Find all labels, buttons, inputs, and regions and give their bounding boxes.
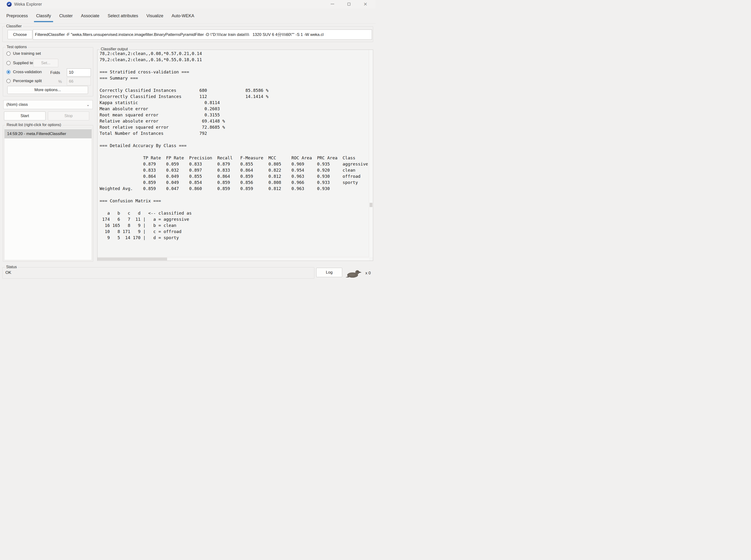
weka-bird-counter: x 0: [365, 271, 371, 276]
stop-button[interactable]: Stop: [48, 112, 89, 120]
class-attribute-value: (Nom) class: [6, 102, 28, 107]
status-panel: Status OK: [2, 267, 314, 279]
output-vertical-scroll-thumb[interactable]: [370, 203, 372, 207]
tab-auto-weka[interactable]: Auto-WEKA: [171, 10, 194, 22]
folds-label: Folds: [50, 71, 60, 75]
weka-bird-icon: [345, 269, 363, 280]
classifier-command-field[interactable]: [33, 29, 372, 40]
tab-select-attributes[interactable]: Select attributes: [108, 10, 138, 22]
log-button[interactable]: Log: [316, 268, 342, 277]
percentage-split-radio[interactable]: [6, 79, 11, 83]
classifier-panel-label: Classifier: [5, 24, 23, 28]
output-horizontal-scrollbar[interactable]: [98, 257, 369, 261]
class-attribute-dropdown[interactable]: (Nom) class ⌄: [3, 100, 93, 109]
maximize-button[interactable]: [344, 0, 353, 8]
window-title: Weka Explorer: [14, 2, 42, 7]
minimize-icon: [331, 4, 334, 4]
folds-input[interactable]: [67, 68, 91, 77]
cross-validation-label: Cross-validation: [13, 69, 42, 74]
percentage-split-label: Percentage split: [13, 79, 42, 83]
classifier-panel: Classifier Choose: [2, 26, 373, 42]
tab-associate[interactable]: Associate: [81, 10, 99, 22]
choose-classifier-button[interactable]: Choose: [7, 30, 32, 39]
start-button[interactable]: Start: [4, 112, 45, 120]
cross-validation-option[interactable]: Cross-validation: [6, 69, 42, 74]
output-horizontal-scroll-thumb[interactable]: [98, 258, 167, 260]
classifier-output-text[interactable]: 78,2:clean,2:clean,,0.08,*0.57,0.21,0.14…: [100, 51, 368, 255]
weka-logo-icon: [6, 2, 12, 7]
main-tab-bar: Preprocess Classify Cluster Associate Se…: [0, 8, 376, 24]
tab-classify[interactable]: Classify: [36, 10, 51, 22]
percentage-input[interactable]: [67, 77, 91, 85]
tab-visualize[interactable]: Visualize: [146, 10, 163, 22]
use-training-set-radio[interactable]: [6, 52, 11, 56]
set-test-set-button[interactable]: Set...: [33, 59, 58, 67]
maximize-icon: [347, 3, 350, 6]
result-list-label: Result list (right-click for options): [5, 123, 62, 127]
result-list[interactable]: 14:59:20 - meta.FilteredClassifier: [4, 128, 92, 260]
tab-preprocess[interactable]: Preprocess: [6, 10, 28, 22]
result-list-panel: Result list (right-click for options) 14…: [3, 125, 93, 262]
percent-label: %: [58, 79, 62, 84]
percentage-split-option[interactable]: Percentage split: [6, 79, 42, 83]
chevron-down-icon: ⌄: [86, 102, 90, 107]
title-bar: Weka Explorer ×: [0, 0, 376, 8]
use-training-set-option[interactable]: Use training set: [6, 51, 41, 56]
minimize-button[interactable]: [328, 0, 337, 8]
close-icon: ×: [363, 1, 367, 7]
output-vertical-scrollbar[interactable]: [369, 50, 373, 257]
status-message: OK: [5, 270, 11, 275]
result-list-item[interactable]: 14:59:20 - meta.FilteredClassifier: [4, 129, 92, 138]
test-options-panel: Test options Use training set Supplied t…: [3, 47, 93, 96]
classifier-output-panel: 78,2:clean,2:clean,,0.08,*0.57,0.21,0.14…: [97, 49, 373, 261]
supplied-test-set-radio[interactable]: [6, 61, 11, 65]
use-training-set-label: Use training set: [13, 51, 41, 56]
cross-validation-radio[interactable]: [6, 70, 11, 74]
weka-explorer-window: { "window": { "title": "Weka Explorer" }…: [0, 0, 376, 280]
classifier-output-label: Classifier output: [100, 47, 129, 51]
close-button[interactable]: ×: [361, 0, 370, 8]
test-options-label: Test options: [5, 45, 28, 49]
tab-cluster[interactable]: Cluster: [59, 10, 73, 22]
more-options-button[interactable]: More options...: [7, 86, 88, 94]
status-label: Status: [5, 265, 18, 269]
